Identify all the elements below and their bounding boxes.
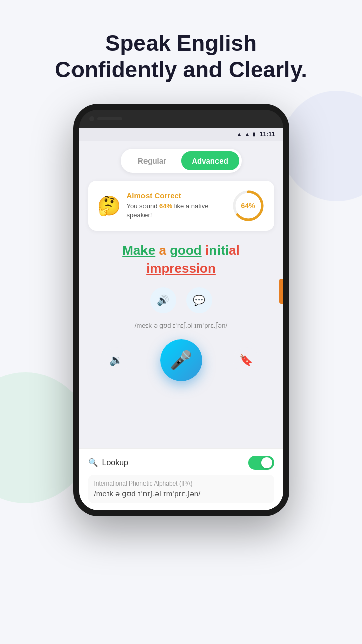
speaker-button[interactable]: 🔊 bbox=[150, 287, 176, 313]
tab-regular[interactable]: Regular bbox=[123, 151, 181, 170]
lookup-label: Lookup bbox=[102, 458, 129, 467]
microphone-button[interactable]: 🎤 bbox=[160, 339, 202, 381]
lookup-bar: 🔍 Lookup International Phonetic Alphabet… bbox=[79, 448, 283, 510]
ipa-label: International Phonetic Alphabet (IPA) bbox=[94, 480, 268, 487]
signal-icon: ▲ bbox=[245, 131, 250, 137]
ipa-value: /meɪk ə ɡʊd ɪˈnɪʃ.əl ɪmˈprɛ.ʃən/ bbox=[94, 489, 268, 498]
lookup-toggle[interactable] bbox=[248, 456, 274, 470]
tabs-container: Regular Advanced bbox=[121, 149, 242, 173]
word-a: a bbox=[159, 243, 170, 258]
ipa-section: International Phonetic Alphabet (IPA) /m… bbox=[88, 475, 274, 503]
ipa-phonetic-small: /meɪk ə ɡʊd ɪˈnɪʃ.əl ɪmˈprɛ.ʃən/ bbox=[88, 321, 274, 329]
circle-percent-label: 64% bbox=[241, 202, 255, 210]
score-card: 🤔 Almost Correct You sound 64% like a na… bbox=[88, 181, 274, 231]
battery-icon: ▮ bbox=[253, 131, 256, 137]
toggle-knob bbox=[261, 457, 272, 468]
score-left: 🤔 Almost Correct You sound 64% like a na… bbox=[97, 191, 209, 220]
wifi-icon: ▲ bbox=[237, 131, 242, 137]
header-section: Speak English Confidently and Clearly. bbox=[0, 0, 362, 99]
speaker-bar bbox=[97, 117, 122, 120]
orange-strip bbox=[279, 279, 283, 304]
score-text: Almost Correct You sound 64% like a nati… bbox=[127, 191, 209, 220]
status-bar: ▲ ▲ ▮ 11:11 bbox=[79, 128, 283, 141]
score-percent-inline: 64% bbox=[159, 202, 172, 210]
tab-advanced[interactable]: Advanced bbox=[181, 151, 239, 170]
bookmark-button[interactable]: 🔖 bbox=[233, 347, 259, 373]
word-good: good bbox=[170, 243, 202, 258]
word-nit: niti bbox=[209, 243, 229, 258]
bottom-action: 🔉 🎤 🔖 bbox=[88, 339, 274, 381]
score-description: You sound 64% like a nativespeaker! bbox=[127, 202, 209, 220]
time-display: 11:11 bbox=[260, 131, 275, 138]
lookup-left: 🔍 Lookup bbox=[88, 458, 129, 467]
lookup-row: 🔍 Lookup bbox=[88, 456, 274, 470]
phone-screen: ▲ ▲ ▮ 11:11 Regular Advanced 🤔 Almos bbox=[79, 128, 283, 510]
search-icon: 🔍 bbox=[88, 458, 98, 467]
phrase-line1: Make a good initial bbox=[93, 241, 269, 259]
header-line1: Speak English bbox=[105, 31, 257, 55]
chat-speaker-button[interactable]: 💬 bbox=[186, 287, 212, 313]
header-title: Speak English Confidently and Clearly. bbox=[30, 30, 332, 84]
phone-device: ▲ ▲ ▮ 11:11 Regular Advanced 🤔 Almos bbox=[73, 104, 289, 516]
score-emoji: 🤔 bbox=[97, 196, 121, 215]
circle-progress: 64% bbox=[231, 189, 265, 223]
header-line2: Confidently and Clearly. bbox=[55, 57, 307, 82]
word-al: al bbox=[229, 243, 240, 258]
word-make: Make bbox=[122, 243, 155, 258]
phrase-area: Make a good initial impression bbox=[88, 241, 274, 278]
phone-top-bar bbox=[79, 110, 283, 128]
phrase-line2: impression bbox=[93, 259, 269, 277]
score-label: Almost Correct bbox=[127, 191, 209, 200]
word-impression: impression bbox=[146, 261, 216, 276]
camera-dot bbox=[89, 116, 94, 121]
phone-wrapper: ▲ ▲ ▮ 11:11 Regular Advanced 🤔 Almos bbox=[0, 104, 362, 516]
audio-buttons: 🔊 💬 bbox=[88, 287, 274, 313]
hearing-button[interactable]: 🔉 bbox=[103, 347, 129, 373]
camera-area bbox=[89, 116, 122, 121]
